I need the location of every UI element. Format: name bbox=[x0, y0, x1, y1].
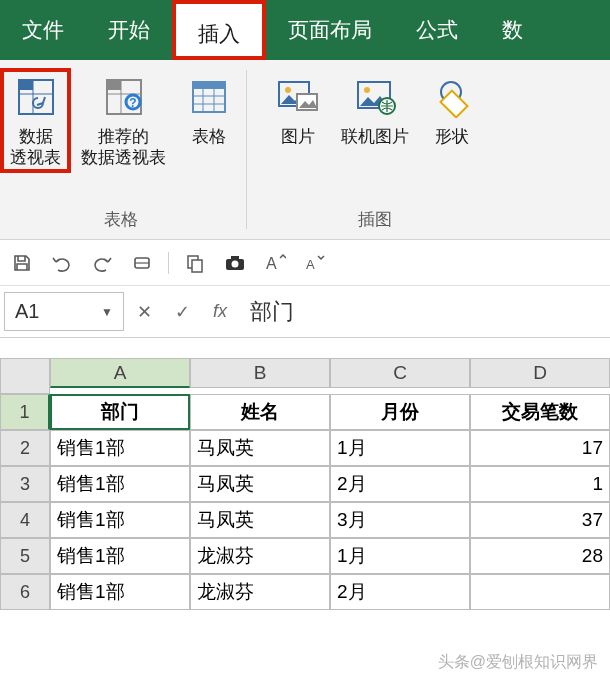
cell-D4[interactable]: 37 bbox=[470, 502, 610, 538]
cell-B1[interactable]: 姓名 bbox=[190, 394, 330, 430]
cell-D2[interactable]: 17 bbox=[470, 430, 610, 466]
formula-bar-buttons: ✕ ✓ fx bbox=[124, 286, 240, 337]
column-header-row: A B C D bbox=[0, 358, 610, 394]
table-row: 5 销售1部 龙淑芬 1月 28 bbox=[0, 538, 610, 574]
ribbon-body: 数据透视表 ? 推荐的数据透视表 bbox=[0, 60, 610, 240]
cell-C1[interactable]: 月份 bbox=[330, 394, 470, 430]
cell-A2[interactable]: 销售1部 bbox=[50, 430, 190, 466]
table-label: 表格 bbox=[192, 126, 226, 147]
cancel-icon[interactable]: ✕ bbox=[132, 301, 156, 323]
col-header-B[interactable]: B bbox=[190, 358, 330, 388]
cell-D1[interactable]: 交易笔数 bbox=[470, 394, 610, 430]
qat-camera[interactable] bbox=[221, 249, 249, 277]
cell-A1[interactable]: 部门 bbox=[50, 394, 190, 430]
confirm-icon[interactable]: ✓ bbox=[170, 301, 194, 323]
col-header-A[interactable]: A bbox=[50, 358, 190, 388]
cell-B3[interactable]: 马凤英 bbox=[190, 466, 330, 502]
cell-B5[interactable]: 龙淑芬 bbox=[190, 538, 330, 574]
quick-access-toolbar: A A bbox=[0, 240, 610, 286]
formula-bar-input[interactable]: 部门 bbox=[240, 286, 610, 337]
cell-B4[interactable]: 马凤英 bbox=[190, 502, 330, 538]
qat-undo[interactable] bbox=[48, 249, 76, 277]
table-row: 3 销售1部 马凤英 2月 1 bbox=[0, 466, 610, 502]
group-illustrations: 图片 联机图片 bbox=[265, 60, 485, 239]
svg-rect-1 bbox=[19, 80, 33, 90]
select-all-corner[interactable] bbox=[0, 358, 50, 394]
qat-copy[interactable] bbox=[181, 249, 209, 277]
cell-A6[interactable]: 销售1部 bbox=[50, 574, 190, 610]
table-row: 1 部门 姓名 月份 交易笔数 bbox=[0, 394, 610, 430]
picture-label: 图片 bbox=[281, 126, 315, 147]
svg-rect-11 bbox=[193, 82, 225, 89]
spreadsheet-grid: A B C D 1 部门 姓名 月份 交易笔数 2 销售1部 马凤英 1月 17… bbox=[0, 358, 610, 610]
tab-data[interactable]: 数 bbox=[480, 0, 528, 60]
fx-button[interactable]: fx bbox=[208, 301, 232, 322]
row-header-6[interactable]: 6 bbox=[0, 574, 50, 610]
name-box-dropdown-icon[interactable]: ▼ bbox=[101, 305, 113, 319]
svg-point-29 bbox=[232, 260, 239, 267]
tab-insert[interactable]: 插入 bbox=[172, 0, 266, 60]
group-illustrations-label: 插图 bbox=[358, 206, 392, 235]
group-tables: 数据透视表 ? 推荐的数据透视表 bbox=[0, 60, 242, 239]
row-header-2[interactable]: 2 bbox=[0, 430, 50, 466]
svg-rect-23 bbox=[441, 91, 468, 118]
shapes-icon bbox=[429, 74, 475, 120]
row-header-3[interactable]: 3 bbox=[0, 466, 50, 502]
table-row: 4 销售1部 马凤英 3月 37 bbox=[0, 502, 610, 538]
qat-touch-mode[interactable] bbox=[128, 249, 156, 277]
svg-point-20 bbox=[364, 87, 370, 93]
cell-C3[interactable]: 2月 bbox=[330, 466, 470, 502]
cell-C2[interactable]: 1月 bbox=[330, 430, 470, 466]
svg-rect-5 bbox=[107, 80, 121, 90]
recommended-pivot-label: 推荐的数据透视表 bbox=[81, 126, 166, 169]
online-picture-button[interactable]: 联机图片 bbox=[331, 68, 419, 147]
cell-C6[interactable]: 2月 bbox=[330, 574, 470, 610]
cell-B2[interactable]: 马凤英 bbox=[190, 430, 330, 466]
watermark: 头条@爱刨根知识网界 bbox=[438, 652, 598, 673]
formula-bar-value: 部门 bbox=[250, 297, 294, 327]
shapes-button[interactable]: 形状 bbox=[419, 68, 485, 147]
svg-text:?: ? bbox=[129, 96, 136, 110]
col-header-D[interactable]: D bbox=[470, 358, 610, 388]
cell-A5[interactable]: 销售1部 bbox=[50, 538, 190, 574]
name-box[interactable]: A1 ▼ bbox=[4, 292, 124, 331]
pivot-table-button[interactable]: 数据透视表 bbox=[0, 68, 71, 173]
qat-separator bbox=[168, 252, 169, 274]
recommended-pivot-button[interactable]: ? 推荐的数据透视表 bbox=[71, 68, 176, 169]
tab-formulas[interactable]: 公式 bbox=[394, 0, 480, 60]
table-button[interactable]: 表格 bbox=[176, 68, 242, 147]
group-separator bbox=[246, 70, 247, 229]
row-header-1[interactable]: 1 bbox=[0, 394, 50, 430]
svg-text:A: A bbox=[306, 257, 315, 272]
recommended-pivot-icon: ? bbox=[101, 74, 147, 120]
cell-A4[interactable]: 销售1部 bbox=[50, 502, 190, 538]
group-tables-label: 表格 bbox=[104, 206, 138, 235]
tab-page-layout[interactable]: 页面布局 bbox=[266, 0, 394, 60]
cell-D3[interactable]: 1 bbox=[470, 466, 610, 502]
col-header-C[interactable]: C bbox=[330, 358, 470, 388]
row-header-5[interactable]: 5 bbox=[0, 538, 50, 574]
row-header-4[interactable]: 4 bbox=[0, 502, 50, 538]
table-row: 6 销售1部 龙淑芬 2月 bbox=[0, 574, 610, 610]
shapes-label: 形状 bbox=[435, 126, 469, 147]
cell-C4[interactable]: 3月 bbox=[330, 502, 470, 538]
svg-point-17 bbox=[285, 87, 291, 93]
cell-B6[interactable]: 龙淑芬 bbox=[190, 574, 330, 610]
tab-home[interactable]: 开始 bbox=[86, 0, 172, 60]
svg-rect-27 bbox=[192, 260, 202, 272]
pivot-table-icon bbox=[13, 74, 59, 120]
cell-D6[interactable] bbox=[470, 574, 610, 610]
qat-redo[interactable] bbox=[88, 249, 116, 277]
cell-D5[interactable]: 28 bbox=[470, 538, 610, 574]
svg-rect-30 bbox=[231, 256, 239, 260]
cell-C5[interactable]: 1月 bbox=[330, 538, 470, 574]
qat-font-decrease[interactable]: A bbox=[301, 249, 329, 277]
qat-save[interactable] bbox=[8, 249, 36, 277]
name-box-value: A1 bbox=[15, 300, 39, 323]
qat-font-increase[interactable]: A bbox=[261, 249, 289, 277]
picture-button[interactable]: 图片 bbox=[265, 68, 331, 147]
tab-file[interactable]: 文件 bbox=[0, 0, 86, 60]
cell-A3[interactable]: 销售1部 bbox=[50, 466, 190, 502]
svg-text:A: A bbox=[266, 255, 277, 272]
formula-bar-row: A1 ▼ ✕ ✓ fx 部门 bbox=[0, 286, 610, 338]
